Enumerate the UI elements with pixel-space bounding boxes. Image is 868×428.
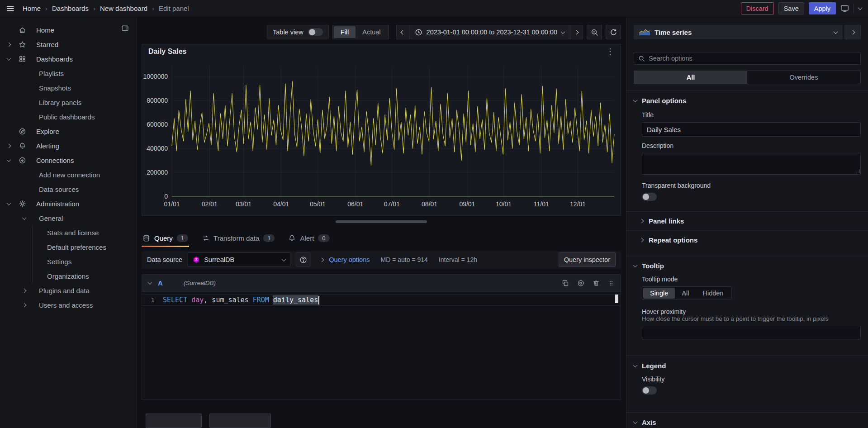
panel-description-textarea[interactable] (642, 153, 861, 175)
chevron-down-icon[interactable] (23, 217, 28, 220)
svg-text:800000: 800000 (147, 97, 168, 105)
disable-query-icon[interactable] (577, 280, 584, 287)
sidebar-item-label: Add new connection (39, 171, 100, 179)
tab-count-badge: 0 (318, 234, 329, 242)
add-query-button[interactable] (146, 414, 202, 428)
sidebar-item-connections[interactable]: Connections (0, 153, 136, 167)
panel-title-input[interactable] (642, 122, 861, 137)
sidebar-item-alerting[interactable]: Alerting (0, 138, 136, 153)
svg-text:05/01: 05/01 (310, 200, 326, 208)
time-range-picker[interactable]: 2023-01-01 00:00:00 to 2023-12-31 00:00:… (409, 25, 570, 39)
transparent-background-toggle[interactable] (642, 193, 657, 201)
table-view-toggle[interactable] (308, 28, 323, 36)
collapse-options-pane-button[interactable] (844, 25, 861, 39)
sidebar-item-public-dashboards[interactable]: Public dashboards (0, 109, 136, 124)
breadcrumb-new-dashboard[interactable]: New dashboard (100, 5, 147, 12)
chevron-right-icon[interactable] (23, 304, 28, 307)
delete-query-icon[interactable] (593, 280, 600, 287)
sidebar-item-starred[interactable]: Starred (0, 37, 136, 52)
sidebar-item-label: Settings (47, 258, 71, 266)
query-collapse-icon[interactable] (148, 281, 152, 285)
chart-panel: Daily Sales ⋮ 01/0102/0103/0104/0105/010… (142, 44, 621, 216)
query-options-chevron-icon[interactable] (320, 258, 324, 262)
query-inspector-button[interactable]: Query inspector (559, 252, 616, 267)
time-shift-forward-button[interactable] (570, 25, 583, 39)
chevron-down-icon[interactable] (7, 57, 13, 61)
zoom-out-time-button[interactable] (587, 25, 602, 39)
chevron-right-icon[interactable] (23, 289, 28, 292)
sidebar-item-label: Users and access (39, 301, 93, 309)
tab-alert[interactable]: Alert0 (287, 231, 330, 245)
sql-query-text[interactable]: SELECT day, sum_sales FROM daily_sales (163, 296, 319, 304)
sidebar-item-general[interactable]: General (0, 211, 136, 225)
add-expression-button[interactable] (209, 414, 271, 428)
sidebar-item-playlists[interactable]: Playlists (0, 66, 136, 81)
bell-icon (288, 234, 296, 242)
sidebar-item-library-panels[interactable]: Library panels (0, 95, 136, 109)
topbar-chevron-down-icon[interactable] (858, 5, 863, 10)
tooltip-mode-hidden[interactable]: Hidden (696, 288, 730, 299)
discard-button[interactable]: Discard (741, 2, 774, 14)
sidebar-item-home[interactable]: Home (0, 23, 136, 37)
breadcrumb-home[interactable]: Home (23, 5, 41, 12)
chevron-down-icon[interactable] (7, 159, 13, 162)
sidebar-item-settings[interactable]: Settings (0, 254, 136, 269)
chevron-right-icon[interactable] (7, 144, 13, 147)
query-options-link[interactable]: Query options (329, 256, 370, 263)
legend-visibility-label: Visibility (642, 376, 861, 383)
visualization-picker[interactable]: Time series (634, 25, 843, 39)
time-shift-back-button[interactable] (396, 25, 409, 39)
tab-overrides[interactable]: Overrides (747, 71, 860, 84)
tab-all[interactable]: All (634, 71, 747, 84)
sidebar-item-stats-and-license[interactable]: Stats and license (0, 225, 136, 240)
time-series-chart[interactable]: 01/0102/0103/0104/0105/0106/0107/0108/01… (142, 59, 620, 215)
hover-proximity-input[interactable] (642, 326, 861, 339)
tab-transform-data[interactable]: Transform data1 (201, 231, 275, 245)
sidebar-item-administration[interactable]: Administration (0, 196, 136, 211)
actual-segment[interactable]: Actual (356, 26, 387, 38)
datasource-help-button[interactable] (296, 252, 310, 267)
breadcrumb-dashboards[interactable]: Dashboards (52, 5, 89, 12)
code-editor[interactable]: 1 SELECT day, sum_sales FROM daily_sales (142, 292, 621, 399)
sidebar-item-users-and-access[interactable]: Users and access (0, 298, 136, 312)
tab-count-badge: 1 (263, 234, 275, 242)
repeat-options-row[interactable]: Repeat options (626, 230, 868, 249)
sidebar-item-dashboards[interactable]: Dashboards (0, 52, 136, 66)
section-axis[interactable]: Axis (626, 412, 868, 428)
hamburger-menu-icon[interactable] (6, 5, 14, 13)
sidebar-item-data-sources[interactable]: Data sources (0, 182, 136, 196)
tooltip-mode-single[interactable]: Single (643, 288, 675, 299)
duplicate-query-icon[interactable] (562, 280, 569, 287)
sidebar-item-snapshots[interactable]: Snapshots (0, 81, 136, 95)
sidebar-item-default-preferences[interactable]: Default preferences (0, 240, 136, 254)
drag-handle-icon[interactable] (608, 280, 614, 287)
refresh-button[interactable] (606, 25, 621, 39)
tab-query[interactable]: Query1 (142, 231, 189, 245)
apply-button[interactable]: Apply (809, 2, 836, 14)
textarea-resize-grip[interactable] (855, 169, 859, 173)
sidebar-item-plugins-and-data[interactable]: Plugins and data (0, 283, 136, 298)
section-tooltip[interactable]: Tooltip (626, 256, 868, 276)
pane-resize-handle[interactable] (336, 220, 427, 223)
sidebar-item-explore[interactable]: Explore (0, 124, 136, 138)
chevron-down-icon[interactable] (7, 202, 13, 205)
datasource-select[interactable]: SurrealDB (188, 252, 290, 267)
code-line-1[interactable]: 1 SELECT day, sum_sales FROM daily_sales (142, 294, 621, 306)
section-legend[interactable]: Legend (626, 356, 868, 376)
sidebar-item-add-new-connection[interactable]: Add new connection (0, 167, 136, 182)
options-search-input[interactable] (649, 55, 856, 62)
save-button[interactable]: Save (778, 2, 804, 14)
panel-view-controls: Table view Fill Actual 2023-01-01 00:00:… (142, 17, 621, 41)
query-row-header[interactable]: A (SurrealDB) (142, 275, 621, 292)
hover-proximity-label: Hover proximity (642, 308, 861, 315)
monitor-icon[interactable] (840, 4, 849, 13)
legend-visibility-toggle[interactable] (642, 386, 657, 395)
sidebar-item-organizations[interactable]: Organizations (0, 269, 136, 283)
panel-links-row[interactable]: Panel links (626, 211, 868, 230)
section-panel-options[interactable]: Panel options (626, 90, 868, 110)
chevron-right-icon[interactable] (7, 43, 13, 46)
svg-text:200000: 200000 (147, 169, 168, 176)
panel-menu-kebab-icon[interactable]: ⋮ (606, 48, 614, 56)
tooltip-mode-all[interactable]: All (675, 288, 696, 299)
fill-segment[interactable]: Fill (334, 26, 356, 38)
